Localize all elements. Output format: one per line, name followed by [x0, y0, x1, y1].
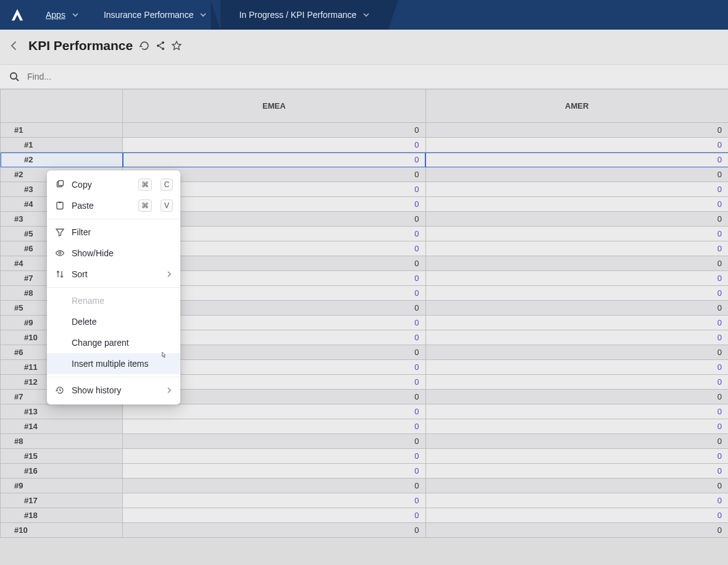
history-icon [54, 385, 65, 395]
cell-amer[interactable]: 0 [425, 301, 728, 316]
nav-workspace[interactable]: Insurance Performance [93, 0, 221, 30]
menu-filter[interactable]: Filter [47, 222, 180, 243]
cell-amer[interactable]: 0 [425, 197, 728, 212]
cell-amer[interactable]: 0 [425, 390, 728, 404]
cell-amer[interactable]: 0 [425, 182, 728, 197]
eye-icon [54, 248, 65, 258]
cell-amer[interactable]: 0 [425, 360, 728, 375]
menu-delete[interactable]: Delete [47, 311, 180, 332]
table-row[interactable]: #1800 [1, 508, 729, 523]
menu-filter-label: Filter [72, 227, 91, 237]
table-row[interactable]: #1500 [1, 449, 729, 464]
table-row[interactable]: #1300 [1, 404, 729, 419]
cell-emea[interactable]: 0 [123, 508, 426, 523]
nav-breadcrumb[interactable]: In Progress / KPI Performance [220, 0, 388, 30]
row-header[interactable]: #17 [1, 493, 123, 508]
cell-amer[interactable]: 0 [425, 479, 728, 493]
row-header[interactable]: #1 [1, 123, 123, 138]
anaplan-logo-icon [10, 8, 24, 22]
row-header[interactable]: #9 [1, 479, 123, 493]
row-header[interactable]: #18 [1, 508, 123, 523]
cell-amer[interactable]: 0 [425, 464, 728, 479]
cell-amer[interactable]: 0 [425, 138, 728, 153]
cell-amer[interactable]: 0 [425, 375, 728, 390]
chevron-down-icon [199, 11, 207, 19]
nav-workspace-label: Insurance Performance [104, 10, 194, 20]
row-header[interactable]: #1 [1, 138, 123, 153]
copy-icon [54, 180, 65, 190]
table-row[interactable]: #1600 [1, 464, 729, 479]
cell-emea[interactable]: 0 [123, 434, 426, 449]
menu-paste-label: Paste [72, 201, 94, 211]
menu-show-history[interactable]: Show history [47, 380, 180, 401]
page-header: KPI Performance [0, 30, 728, 65]
table-row[interactable]: #200 [1, 153, 729, 167]
kbd-c: C [161, 178, 173, 191]
cell-emea[interactable]: 0 [123, 449, 426, 464]
cell-emea[interactable]: 0 [123, 493, 426, 508]
cell-amer[interactable]: 0 [425, 153, 728, 167]
cell-emea[interactable]: 0 [123, 123, 426, 138]
cell-amer[interactable]: 0 [425, 123, 728, 138]
cell-amer[interactable]: 0 [425, 241, 728, 256]
row-header[interactable]: #8 [1, 434, 123, 449]
cell-amer[interactable]: 0 [425, 404, 728, 419]
menu-separator [47, 287, 180, 288]
menu-show-hide[interactable]: Show/Hide [47, 243, 180, 264]
kbd-cmd: ⌘ [138, 178, 152, 191]
cell-emea[interactable]: 0 [123, 479, 426, 493]
menu-sort[interactable]: Sort [47, 264, 180, 285]
cell-emea[interactable]: 0 [123, 153, 426, 167]
row-header[interactable]: #14 [1, 419, 123, 434]
cell-amer[interactable]: 0 [425, 212, 728, 227]
cell-amer[interactable]: 0 [425, 256, 728, 271]
cell-amer[interactable]: 0 [425, 330, 728, 345]
column-header-emea[interactable]: EMEA [123, 90, 426, 123]
cell-amer[interactable]: 0 [425, 271, 728, 286]
row-header[interactable]: #2 [1, 153, 123, 167]
table-row[interactable]: #1700 [1, 493, 729, 508]
table-row[interactable]: #100 [1, 138, 729, 153]
table-row[interactable]: #800 [1, 434, 729, 449]
cell-amer[interactable]: 0 [425, 493, 728, 508]
column-header-amer[interactable]: AMER [425, 90, 728, 123]
cell-amer[interactable]: 0 [425, 508, 728, 523]
cell-amer[interactable]: 0 [425, 523, 728, 538]
cell-amer[interactable]: 0 [425, 286, 728, 301]
cell-emea[interactable]: 0 [123, 464, 426, 479]
menu-insert-multiple[interactable]: Insert multiple items [47, 353, 180, 374]
cell-emea[interactable]: 0 [123, 404, 426, 419]
row-header[interactable]: #10 [1, 523, 123, 538]
chevron-right-icon [165, 270, 173, 278]
star-icon[interactable] [171, 40, 182, 51]
app-logo[interactable] [0, 0, 35, 30]
menu-change-parent[interactable]: Change parent [47, 332, 180, 353]
search-icon [9, 71, 20, 82]
cell-emea[interactable]: 0 [123, 138, 426, 153]
nav-apps[interactable]: Apps [35, 0, 93, 30]
share-icon[interactable] [155, 40, 166, 51]
cell-emea[interactable]: 0 [123, 523, 426, 538]
table-row[interactable]: #100 [1, 123, 729, 138]
table-row[interactable]: #1400 [1, 419, 729, 434]
row-header[interactable]: #16 [1, 464, 123, 479]
svg-rect-7 [59, 202, 61, 204]
menu-show-hide-label: Show/Hide [72, 248, 114, 258]
menu-paste[interactable]: Paste ⌘ V [47, 195, 180, 216]
cell-amer[interactable]: 0 [425, 449, 728, 464]
cell-amer[interactable]: 0 [425, 419, 728, 434]
cell-amer[interactable]: 0 [425, 167, 728, 182]
cell-amer[interactable]: 0 [425, 227, 728, 241]
back-button[interactable] [9, 40, 20, 51]
table-row[interactable]: #1000 [1, 523, 729, 538]
menu-copy[interactable]: Copy ⌘ C [47, 174, 180, 195]
cell-emea[interactable]: 0 [123, 419, 426, 434]
refresh-icon[interactable] [139, 40, 150, 51]
row-header[interactable]: #15 [1, 449, 123, 464]
search-input[interactable] [27, 72, 719, 82]
table-row[interactable]: #900 [1, 479, 729, 493]
row-header[interactable]: #13 [1, 404, 123, 419]
cell-amer[interactable]: 0 [425, 316, 728, 330]
cell-amer[interactable]: 0 [425, 434, 728, 449]
cell-amer[interactable]: 0 [425, 345, 728, 360]
